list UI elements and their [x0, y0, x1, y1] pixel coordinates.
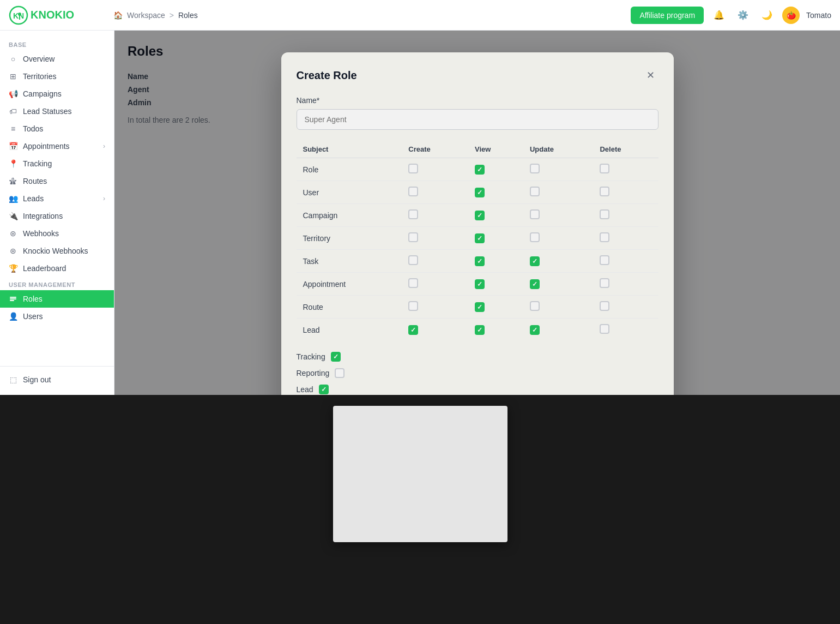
- svg-rect-5: [10, 298, 16, 299]
- lead-create-checkbox[interactable]: [408, 325, 418, 335]
- update-cell: [523, 250, 594, 273]
- sidebar-item-integrations[interactable]: 🔌 Integrations: [0, 207, 114, 225]
- table-row: Campaign: [297, 204, 658, 227]
- campaign-view-checkbox[interactable]: [475, 211, 485, 220]
- territory-create-checkbox[interactable]: [408, 232, 418, 242]
- tracking-checkbox[interactable]: [331, 352, 341, 362]
- sidebar-item-overview[interactable]: ○ Overview: [0, 50, 114, 68]
- modal-close-button[interactable]: ✕: [643, 68, 658, 83]
- route-view-checkbox[interactable]: [475, 302, 485, 312]
- route-create-checkbox[interactable]: [408, 301, 418, 311]
- sidebar-item-leaderboard[interactable]: 🏆 Leaderboard: [0, 260, 114, 277]
- task-view-checkbox[interactable]: [475, 256, 485, 266]
- name-input[interactable]: [297, 109, 658, 130]
- sidebar-item-knockio-webhooks[interactable]: ⊛ Knockio Webhooks: [0, 242, 114, 260]
- create-cell: [402, 296, 468, 319]
- campaign-delete-checkbox[interactable]: [600, 209, 609, 219]
- lead-extra-label: Lead: [297, 385, 313, 394]
- table-row: Role: [297, 158, 658, 181]
- sign-out-icon: ⬚: [9, 375, 17, 384]
- delete-cell: [593, 296, 658, 319]
- sidebar-item-webhooks[interactable]: ⊛ Webhooks: [0, 225, 114, 242]
- route-delete-checkbox[interactable]: [600, 301, 609, 311]
- appointment-view-checkbox[interactable]: [475, 279, 485, 289]
- create-cell: [402, 273, 468, 296]
- roles-icon: [9, 295, 17, 303]
- sidebar-item-todos[interactable]: ≡ Todos: [0, 120, 114, 137]
- campaign-create-checkbox[interactable]: [408, 209, 418, 219]
- routes-icon: 🛣: [9, 177, 17, 185]
- svg-rect-4: [10, 297, 16, 298]
- user-update-checkbox[interactable]: [530, 187, 540, 196]
- sidebar-item-leads[interactable]: 👥 Leads ›: [0, 190, 114, 207]
- sidebar-item-appointments[interactable]: 📅 Appointments ›: [0, 137, 114, 155]
- sidebar-item-campaigns[interactable]: 📢 Campaigns: [0, 85, 114, 103]
- svg-rect-6: [10, 300, 14, 301]
- view-cell: [468, 204, 523, 227]
- role-create-checkbox[interactable]: [408, 164, 418, 173]
- sidebar-item-territories[interactable]: ⊞ Territories: [0, 68, 114, 85]
- table-row: User: [297, 181, 658, 204]
- view-cell: [468, 250, 523, 273]
- svg-point-2: [18, 13, 21, 16]
- user-delete-checkbox[interactable]: [600, 187, 609, 196]
- reporting-permission-row: Reporting: [297, 368, 658, 378]
- update-cell: [523, 158, 594, 181]
- webhooks-icon: ⊛: [9, 229, 17, 238]
- sign-out-button[interactable]: ⬚ Sign out: [0, 371, 114, 388]
- territory-update-checkbox[interactable]: [530, 232, 540, 242]
- campaigns-icon: 📢: [9, 89, 17, 98]
- integrations-icon: 🔌: [9, 212, 17, 220]
- breadcrumb-current: Roles: [178, 11, 198, 20]
- base-section-label: Base: [0, 37, 114, 50]
- appointment-delete-checkbox[interactable]: [600, 278, 609, 288]
- lead-permission-row: Lead: [297, 385, 658, 394]
- sidebar-item-users[interactable]: 👤 Users: [0, 308, 114, 325]
- subject-cell: Role: [297, 158, 402, 181]
- create-cell: [402, 227, 468, 250]
- delete-cell: [593, 319, 658, 341]
- task-update-checkbox[interactable]: [530, 256, 540, 266]
- sidebar-item-routes[interactable]: 🛣 Routes: [0, 172, 114, 190]
- task-create-checkbox[interactable]: [408, 255, 418, 265]
- route-update-checkbox[interactable]: [530, 301, 540, 311]
- user-create-checkbox[interactable]: [408, 187, 418, 196]
- campaign-update-checkbox[interactable]: [530, 209, 540, 219]
- affiliate-program-button[interactable]: Affiliate program: [631, 7, 704, 24]
- main-layout: Base ○ Overview ⊞ Territories 📢 Campaign…: [0, 31, 840, 395]
- lead-update-checkbox[interactable]: [530, 325, 540, 335]
- breadcrumb-workspace[interactable]: Workspace: [127, 11, 165, 20]
- task-delete-checkbox[interactable]: [600, 255, 609, 265]
- role-delete-checkbox[interactable]: [600, 164, 609, 173]
- appointment-update-checkbox[interactable]: [530, 279, 540, 289]
- sidebar-item-lead-statuses[interactable]: 🏷 Lead Statuses: [0, 103, 114, 120]
- sidebar: Base ○ Overview ⊞ Territories 📢 Campaign…: [0, 31, 114, 395]
- svg-text:KN: KN: [13, 11, 24, 20]
- settings-icon[interactable]: ⚙️: [734, 7, 752, 24]
- user-name: Tomato: [806, 11, 831, 20]
- subject-cell: Appointment: [297, 273, 402, 296]
- appointment-create-checkbox[interactable]: [408, 278, 418, 288]
- lead-extra-checkbox[interactable]: [319, 385, 329, 394]
- app-header: KN KNOKIO 🏠 Workspace > Roles Affiliate …: [0, 0, 840, 31]
- user-view-checkbox[interactable]: [475, 188, 485, 197]
- sidebar-item-roles[interactable]: Roles: [0, 290, 114, 308]
- role-view-checkbox[interactable]: [475, 165, 485, 175]
- reporting-checkbox[interactable]: [335, 368, 345, 378]
- lead-statuses-icon: 🏷: [9, 107, 17, 116]
- territory-view-checkbox[interactable]: [475, 233, 485, 243]
- home-icon: 🏠: [113, 11, 123, 20]
- lead-view-checkbox[interactable]: [475, 325, 485, 335]
- sidebar-item-tracking[interactable]: 📍 Tracking: [0, 155, 114, 172]
- create-cell: [402, 204, 468, 227]
- breadcrumb: 🏠 Workspace > Roles: [113, 11, 624, 20]
- view-cell: [468, 319, 523, 341]
- delete-cell: [593, 181, 658, 204]
- leads-chevron-icon: ›: [103, 195, 105, 202]
- update-cell: [523, 319, 594, 341]
- notifications-icon[interactable]: 🔔: [710, 7, 728, 24]
- lead-delete-checkbox[interactable]: [600, 324, 609, 334]
- role-update-checkbox[interactable]: [530, 164, 540, 173]
- territory-delete-checkbox[interactable]: [600, 232, 609, 242]
- theme-toggle-icon[interactable]: 🌙: [758, 7, 776, 24]
